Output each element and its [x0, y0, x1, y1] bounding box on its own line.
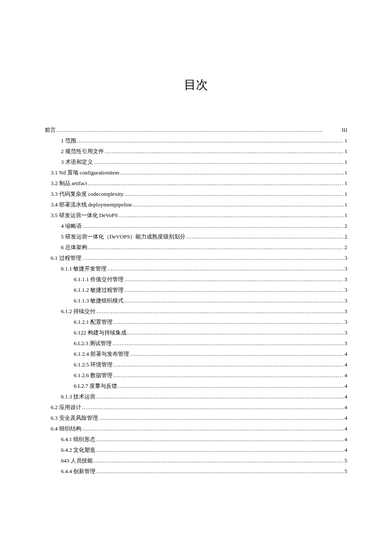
toc-page-number: 4 [345, 394, 348, 399]
toc-entry: 3.3 代码复杂度 codecomplexity1 [51, 191, 347, 197]
toc-dots [120, 170, 343, 175]
toc-entry: 6.L2.3 测试管理3 [74, 340, 347, 346]
toc-label: 6.1.1 敏捷开发管理 [61, 266, 107, 271]
toc-entry: 4 缩略语2 [61, 223, 347, 229]
toc-page-number: 4 [345, 447, 348, 453]
toc-entry: 6.4.4 创新管理5 [61, 468, 347, 474]
toc-dots [113, 362, 344, 367]
toc-label: 3.2 制品 artifact [51, 180, 87, 186]
toc-dots [83, 223, 344, 229]
toc-entry: 6.1.2.5 环境管理4 [74, 362, 347, 367]
toc-page-number: 2 [345, 234, 348, 239]
toc-page-number: 3 [345, 340, 348, 346]
toc-dots [94, 159, 344, 165]
toc-page-number: 2 [345, 244, 348, 250]
toc-page-number: 1 [345, 148, 348, 154]
toc-dots [107, 266, 343, 271]
toc-dots [124, 191, 344, 197]
toc-dots [124, 298, 344, 303]
toc-label: 6.1.3 技术运营 [61, 394, 95, 399]
toc-label: 3.3 代码复杂度 codecomplexity [51, 191, 124, 197]
toc-label: 3.1 Nd 置项 configurationitem [51, 170, 119, 175]
toc-label: 6.1 过程管理 [51, 255, 81, 261]
toc-label: 6.L2.3 测试管理 [74, 340, 112, 346]
toc-entry: 3.1 Nd 置项 configurationitem1 [51, 170, 347, 175]
toc-dots [82, 255, 344, 261]
toc-dots [96, 468, 343, 474]
toc-page-number: 2 [345, 223, 348, 229]
toc-label: 6.1.2.4 部署与发布管理 [74, 351, 129, 357]
toc-entry: 3.2 制品 artifact1 [51, 180, 347, 186]
toc-entry: 5 研发运营一体化（DeVOPS）能力成熟度级别划分2 [61, 234, 347, 239]
toc-page-number: 1 [345, 202, 348, 207]
toc-page-number: 4 [345, 436, 348, 442]
toc-page-number: 3 [345, 255, 348, 261]
toc-label: 6.4.2 文化塑造 [61, 447, 95, 453]
toc-dots [96, 308, 343, 314]
toc-dots [118, 383, 343, 389]
toc-entry: 6.1.2.1 配置管理3 [74, 319, 347, 325]
toc-dots [186, 234, 343, 239]
toc-entry: 1 范围1 [61, 138, 347, 143]
toc-label: 643 人员技能 [61, 458, 93, 463]
toc-label: 6.4.4 创新管理 [61, 468, 95, 474]
toc-entry: 6.3 安全及风险管理4 [51, 415, 347, 421]
toc-label: 6.2 应用设计 [51, 404, 81, 410]
toc-page-number: 4 [345, 404, 348, 410]
toc-dots [105, 148, 344, 154]
toc-page-number: 3 [345, 308, 348, 314]
toc-dots [96, 447, 343, 453]
toc-entry: 6.2 应用设计4 [51, 404, 347, 410]
toc-entry: 643 人员技能5 [61, 458, 347, 463]
toc-label: 6.1.2.1 配置管理 [74, 319, 112, 325]
toc-dots [119, 212, 344, 218]
toc-dots [94, 458, 344, 463]
toc-page-number: 4 [345, 415, 348, 421]
toc-entry: 6 总体架构2 [61, 244, 347, 250]
toc-dots [124, 287, 344, 293]
toc-entry: 6.1.2 持续交付3 [61, 308, 347, 314]
toc-label: 3.4 部署流水线 deploymentpipeline [51, 202, 132, 207]
toc-page-number: 1 [345, 138, 348, 143]
toc-dots [127, 330, 344, 335]
toc-page-number: 3 [345, 298, 348, 303]
toc-dots [112, 340, 343, 346]
toc-label: 3.5 研发运营一体化 DeVoPS [51, 212, 118, 218]
toc-dots [124, 276, 344, 282]
toc-entry: 6.L2.7 度量与反馈4 [74, 383, 347, 389]
toc-page-number: 5 [345, 458, 348, 463]
toc-page-number: 4 [345, 383, 348, 389]
toc-page-number: 4 [345, 351, 348, 357]
toc-label: 4 缩略语 [61, 223, 82, 229]
toc-entry: 6.1.1.1 价值交付管理3 [74, 276, 347, 282]
toc-entry: 6.1.3 技术运营4 [61, 394, 347, 399]
toc-label: 5 研发运营一体化（DeVOPS）能力成熟度级别划分 [61, 234, 185, 239]
toc-page-number: 1 [345, 191, 348, 197]
toc-dots [113, 372, 344, 378]
toc-entry: 6.4.1 组织形态4 [61, 436, 347, 442]
toc-dots [82, 426, 344, 431]
toc-entry: 6.122 构建与持续集成3 [74, 330, 347, 335]
toc-page-number: 3 [345, 319, 348, 325]
toc-dots [88, 180, 344, 186]
toc-page-number: 4 [345, 426, 348, 431]
toc-label: 6.1.2.6 数据管理 [74, 372, 112, 378]
toc-label: 6.4 组织结构 [51, 426, 81, 431]
toc-page-number: III [342, 127, 347, 133]
toc-label: 6 总体架构 [61, 244, 87, 250]
toc-label: 6.3 安全及风险管理 [51, 415, 98, 421]
toc-label: 3 术语和定义 [61, 159, 93, 165]
toc-dots [113, 319, 344, 325]
toc-page-number: 4 [345, 362, 348, 367]
toc-entry: 3.5 研发运营一体化 DeVoPS1 [51, 212, 347, 218]
toc-page-number: 1 [345, 180, 348, 186]
toc-page-number: 5 [345, 468, 348, 474]
page-title: 目次 [45, 77, 347, 93]
toc-entry: 3 术语和定义1 [61, 159, 347, 165]
toc-dots [96, 436, 343, 442]
toc-page-number: 1 [345, 212, 348, 218]
toc-entry: 6.4.2 文化塑造4 [61, 447, 347, 453]
toc-label: 6.1.1.2 敏捷过程管理 [74, 287, 124, 293]
toc-label: 6.122 构建与持续集成 [74, 330, 127, 335]
toc-dots [82, 404, 344, 410]
